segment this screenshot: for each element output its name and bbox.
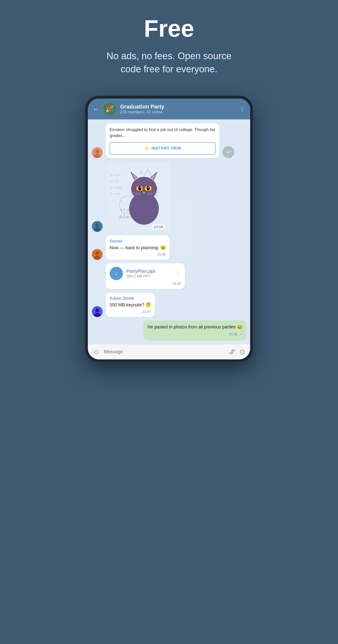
adam-message-row: Adam Smidt 550 MB keynote? 🤔 15:07 <box>92 292 246 317</box>
hero-subtitle: No ads, no fees. Open sourcecode free fo… <box>107 50 232 76</box>
instant-view-label: INSTANT VIEW <box>151 146 181 151</box>
adam-message-text: 550 MB keynote? 🤔 <box>110 302 151 308</box>
avatar-male1 <box>92 221 103 232</box>
sticker-container: A = πr² θ V = l³ P = 2πr A = πr² L θ <box>106 162 170 232</box>
avatar-male3 <box>92 306 103 317</box>
chat-status: 278 members, 42 online <box>120 110 235 114</box>
svg-point-47 <box>95 308 99 312</box>
avatar-male2 <box>92 249 103 260</box>
back-button[interactable]: ← <box>93 105 99 113</box>
svg-text:V = l³: V = l³ <box>111 180 118 183</box>
message-meta: 15:06 <box>110 252 166 256</box>
chat-avatar: 🎉 <box>103 102 116 116</box>
chat-info: Graduation Party 278 members, 42 online <box>120 104 235 114</box>
instant-view-button[interactable]: ⚡ INSTANT VIEW <box>110 142 216 154</box>
sticker-row: A = πr² θ V = l³ P = 2πr A = πr² L θ <box>92 162 246 232</box>
file-menu-button[interactable]: ⋮ <box>175 270 181 277</box>
svg-point-32 <box>148 187 149 188</box>
own-message-meta: 15:08 ✓ <box>147 332 242 336</box>
svg-text:A = πr²: A = πr² <box>110 174 121 177</box>
link-preview-bubble: Einstein struggled to find a job out of … <box>106 123 220 158</box>
svg-point-3 <box>95 149 99 154</box>
chat-menu-button[interactable]: ⋮ <box>239 106 245 112</box>
svg-point-31 <box>140 187 141 188</box>
file-message-row: ↓ PartyPlan.ppt 550.2 MB PPT ⋮ 15:06 <box>92 263 246 289</box>
svg-text:θ: θ <box>140 171 142 174</box>
phone-screen: ← 🎉 Graduation Party 278 members, 42 onl… <box>88 98 250 359</box>
camera-button[interactable]: ⊙ <box>240 348 245 356</box>
svg-point-30 <box>147 186 150 191</box>
file-download-button[interactable]: ↓ <box>110 267 123 280</box>
svg-text:P = 2πr: P = 2πr <box>111 186 121 190</box>
own-message-time: 15:08 <box>229 332 238 336</box>
download-icon: ↓ <box>115 270 118 277</box>
svg-point-44 <box>95 251 99 255</box>
daniel-message-text: Now — back to planning. 😉 <box>110 245 166 251</box>
emoji-button[interactable]: ☺ <box>93 348 100 356</box>
adam-message-meta: 15:07 <box>110 310 151 314</box>
check-mark-icon: ✓ <box>239 332 242 336</box>
attach-button[interactable]: 🖇 <box>229 348 236 356</box>
own-message-row: He pasted in photos from all previous pa… <box>92 320 246 340</box>
message-input[interactable] <box>104 349 225 354</box>
chat-name: Graduation Party <box>120 104 235 110</box>
lightning-icon: ⚡ <box>144 146 149 151</box>
message-time: 15:06 <box>157 252 166 256</box>
chat-body: Einstein struggled to find a job out of … <box>88 120 250 344</box>
svg-text:A = πr²: A = πr² <box>110 192 121 196</box>
svg-point-29 <box>138 186 141 191</box>
share-icon: ↩ <box>226 149 231 155</box>
page-container: Free No ads, no fees. Open sourcecode fr… <box>70 15 268 362</box>
cat-sticker: A = πr² θ V = l³ P = 2πr A = πr² L θ <box>106 162 170 231</box>
file-bubble: ↓ PartyPlan.ppt 550.2 MB PPT ⋮ 15:06 <box>106 263 185 289</box>
phone-frame: ← 🎉 Graduation Party 278 members, 42 onl… <box>85 96 253 362</box>
hero-title: Free <box>144 15 194 42</box>
sticker-time: 14:58 <box>152 224 165 229</box>
file-bubble-inner: ↓ PartyPlan.ppt 550.2 MB PPT ⋮ <box>110 267 181 280</box>
adam-text-bubble: Adam Smidt 550 MB keynote? 🤔 15:07 <box>106 292 155 317</box>
svg-point-6 <box>95 223 99 227</box>
file-size: 550.2 MB PPT <box>126 274 155 278</box>
own-message-text: He pasted in photos from all previous pa… <box>147 324 242 330</box>
chat-header: ← 🎉 Graduation Party 278 members, 42 onl… <box>88 98 250 120</box>
daniel-message-row: Daniel Now — back to planning. 😉 15:06 <box>92 235 246 260</box>
daniel-text-bubble: Daniel Now — back to planning. 😉 15:06 <box>106 235 170 260</box>
sender-name-adam: Adam Smidt <box>110 296 151 301</box>
message-row: Einstein struggled to find a job out of … <box>92 123 246 158</box>
input-bar: ☺ 🖇 ⊙ <box>88 344 250 360</box>
avatar-female <box>92 147 103 158</box>
file-name: PartyPlan.ppt <box>126 269 155 274</box>
adam-message-time: 15:07 <box>142 310 151 314</box>
file-info: PartyPlan.ppt 550.2 MB PPT <box>126 269 155 278</box>
preview-text: Einstein struggled to find a job out of … <box>110 127 216 139</box>
file-message-meta: 15:06 <box>110 282 181 286</box>
svg-text:🎉: 🎉 <box>105 104 114 113</box>
share-button[interactable]: ↩ <box>222 146 234 158</box>
file-message-time: 15:06 <box>172 282 181 286</box>
own-message-bubble: He pasted in photos from all previous pa… <box>143 320 246 340</box>
sender-name-daniel: Daniel <box>110 239 166 244</box>
